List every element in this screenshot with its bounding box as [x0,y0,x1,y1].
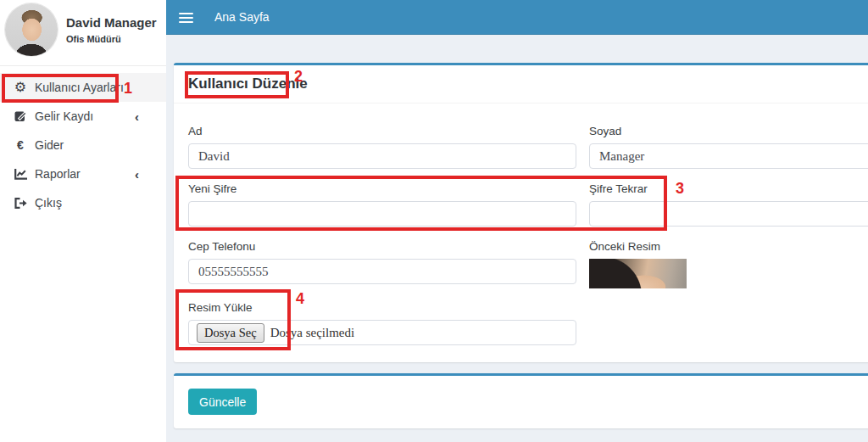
field-yeni-sifre: Yeni Şifre [188,182,576,227]
field-yeni-sifre-label: Yeni Şifre [188,182,576,197]
hamburger-menu-button[interactable] [166,0,205,35]
chevron-left-icon: ‹ [135,168,139,181]
sidebar-item-label: Çıkış [35,196,62,210]
top-navbar: Ana Sayfa [166,0,868,35]
panel-title: Kullanıcı Düzenle [188,76,308,92]
sidebar-divider [0,65,166,66]
euro-icon [11,139,30,151]
sidebar-item-gider[interactable]: Gider [0,131,166,159]
sidebar-item-gelir-kaydi[interactable]: Gelir Kaydı ‹ [0,102,166,131]
previous-image-thumbnail [589,259,687,288]
sidebar-item-kullanici-ayarlari[interactable]: Kullanıcı Ayarları [0,73,166,102]
gear-icon [11,81,30,94]
sidebar-menu: Kullanıcı Ayarları Gelir Kaydı ‹ Gider [0,73,166,217]
logout-icon [11,198,30,209]
form-row-upload: Resim Yükle Dosya Seç Dosya seçilmedi [174,301,868,345]
field-onceki-resim-label: Önceki Resim [589,240,868,255]
field-sifre-tekrar-input[interactable] [589,201,868,227]
avatar [5,3,58,56]
update-button[interactable]: Güncelle [188,389,257,415]
field-onceki-resim: Önceki Resim [589,240,868,288]
sidebar: David Manager Ofis Müdürü Kullanıcı Ayar… [0,0,166,442]
file-select-button[interactable]: Dosya Seç [197,323,264,343]
field-sifre-tekrar: Şifre Tekrar [589,182,868,227]
field-resim-yukle-label: Resim Yükle [188,301,576,316]
user-name: David Manager [66,15,157,30]
edit-icon [11,110,30,122]
user-role: Ofis Müdürü [66,34,121,44]
sidebar-item-label: Gelir Kaydı [35,109,93,123]
edit-user-panel: Kullanıcı Düzenle Ad Soyad Yeni Şifre Şi… [174,63,868,362]
field-ad: Ad [188,125,576,169]
field-cep-telefonu-input[interactable] [188,259,576,284]
sidebar-item-label: Gider [35,138,64,152]
field-yeni-sifre-input[interactable] [188,201,576,227]
field-ad-label: Ad [188,125,576,139]
field-soyad: Soyad [589,125,868,169]
hamburger-icon [179,13,193,14]
update-panel: Güncelle [174,373,868,428]
field-sifre-tekrar-label: Şifre Tekrar [589,182,868,197]
chevron-left-icon: ‹ [135,110,139,123]
chart-icon [11,169,30,180]
field-soyad-input[interactable] [589,143,868,169]
field-soyad-label: Soyad [589,125,868,139]
field-cep-telefonu: Cep Telefonu [188,240,576,288]
form-row-phone: Cep Telefonu Önceki Resim [174,240,868,288]
form-row-name: Ad Soyad [174,125,868,169]
file-status-text: Dosya seçilmedi [270,326,355,340]
sidebar-item-label: Kullanıcı Ayarları [35,81,124,94]
sidebar-item-raporlar[interactable]: Raporlar ‹ [0,159,166,188]
field-ad-input[interactable] [188,143,576,169]
form-row-password: Yeni Şifre Şifre Tekrar [174,182,868,227]
navbar-title: Ana Sayfa [214,0,270,35]
panel-header: Kullanıcı Düzenle [174,65,868,104]
file-upload-box[interactable]: Dosya Seç Dosya seçilmedi [188,320,576,345]
sidebar-item-cikis[interactable]: Çıkış [0,188,166,217]
hamburger-icon [179,21,193,23]
sidebar-item-label: Raporlar [35,167,81,181]
hamburger-icon [179,17,193,19]
field-cep-telefonu-label: Cep Telefonu [188,240,576,255]
field-resim-yukle: Resim Yükle Dosya Seç Dosya seçilmedi [188,301,576,345]
